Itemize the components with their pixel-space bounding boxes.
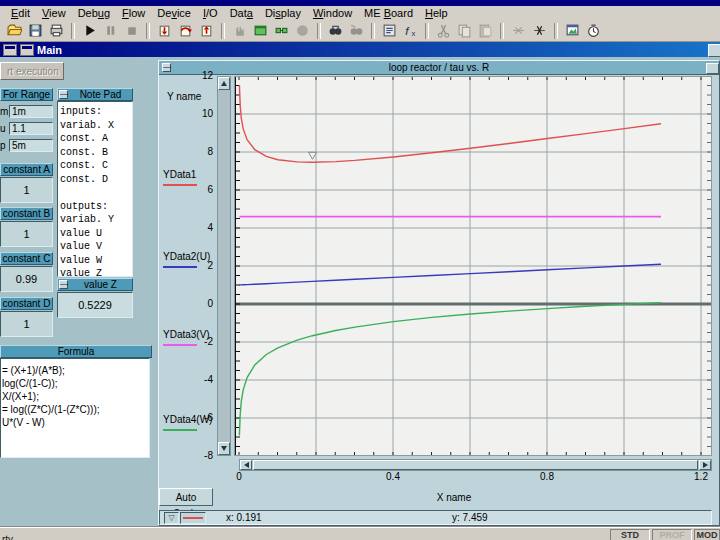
stop-icon[interactable] <box>121 22 142 40</box>
menu-item-edit[interactable]: Edit <box>5 7 36 19</box>
step-into-icon[interactable] <box>154 22 175 40</box>
constant-value[interactable]: 1 <box>0 221 53 247</box>
scroll-left-button[interactable] <box>240 460 252 470</box>
y-tick-label: 12 <box>183 70 213 81</box>
plot-title-bar[interactable]: — loop reactor / tau vs. R <box>159 61 719 75</box>
display-image-icon[interactable] <box>562 22 583 40</box>
sphere-icon[interactable] <box>292 22 313 40</box>
constant-panel-title-bar[interactable]: constant B <box>0 207 53 220</box>
note-pad-title-bar[interactable]: — Note Pad <box>57 88 133 101</box>
trace-label-ydata1[interactable]: YData1 <box>163 169 196 180</box>
constant-value[interactable]: 1 <box>0 177 53 203</box>
step-over-icon[interactable] <box>175 22 196 40</box>
connect-objects-icon[interactable] <box>250 22 271 40</box>
run-icon[interactable] <box>79 22 100 40</box>
minimize-icon[interactable]: — <box>162 63 171 72</box>
for-range-field[interactable]: 1m <box>9 105 53 118</box>
delete-wire-icon[interactable] <box>508 22 529 40</box>
add-terminal-icon[interactable] <box>271 22 292 40</box>
main-window-title: Main <box>37 44 62 56</box>
copy-icon[interactable] <box>454 22 475 40</box>
main-window-title-bar[interactable]: Main <box>0 42 720 57</box>
x-axis-name[interactable]: X name <box>399 492 509 503</box>
scroll-up-button[interactable] <box>218 77 230 90</box>
vertical-scrollbar[interactable] <box>217 76 231 456</box>
constant-panel-constant-a: constant A1 <box>0 163 53 203</box>
y-axis-name[interactable]: Y name <box>167 91 201 102</box>
menu-item-flow[interactable]: Flow <box>116 7 151 19</box>
x-tick-label: 0 <box>224 471 254 482</box>
scrollbar-thumb[interactable] <box>253 460 698 470</box>
minimize-icon[interactable]: — <box>59 280 68 289</box>
start-execution-button[interactable]: rt execution <box>0 62 64 80</box>
menu-bar: EditViewDebugFlowDeviceI/ODataDisplayWin… <box>0 6 720 20</box>
menu-item-help[interactable]: Help <box>419 7 454 19</box>
find-next-icon[interactable] <box>346 22 367 40</box>
menu-item-me-board[interactable]: ME Board <box>358 7 419 19</box>
note-pad-text[interactable]: inputs: variab. X const. A const. B cons… <box>57 101 133 277</box>
constant-panel-title: constant A <box>1 164 52 175</box>
constant-value[interactable]: 0.99 <box>0 266 53 292</box>
constant-panel-title-bar[interactable]: constant D <box>0 297 53 310</box>
print-icon[interactable] <box>46 22 67 40</box>
y-tick-label: -2 <box>183 336 213 347</box>
scroll-right-button[interactable] <box>699 460 711 470</box>
auto-scale-button[interactable]: Auto Scale <box>159 488 213 506</box>
constant-panel-constant-c: constant C0.99 <box>0 252 53 292</box>
formula-text[interactable]: = (X+1)/(A*B); log(C/(1-C)); X/(X+1); = … <box>0 358 150 458</box>
menu-item-i-o[interactable]: I/O <box>197 7 224 19</box>
for-range-field[interactable]: 5m <box>9 139 53 152</box>
right-arrow-icon <box>703 462 708 468</box>
window-control-button[interactable] <box>706 63 719 74</box>
for-range-row: p5m <box>0 139 53 152</box>
for-range-rows: m1mu1.1p5m <box>0 105 53 152</box>
pause-icon[interactable] <box>100 22 121 40</box>
x-tick-label: 1.2 <box>686 471 716 482</box>
cut-icon[interactable] <box>433 22 454 40</box>
note-pad-panel: — Note Pad inputs: variab. X const. A co… <box>57 88 133 277</box>
for-range-row-label: p <box>0 140 9 151</box>
window-control-button[interactable] <box>708 44 720 57</box>
down-arrow-icon <box>221 446 227 451</box>
plot-area[interactable] <box>234 76 712 456</box>
for-range-field[interactable]: 1.1 <box>9 122 53 135</box>
minimize-icon[interactable]: — <box>59 90 68 99</box>
toolbar-separator <box>317 23 321 39</box>
step-out-icon[interactable] <box>196 22 217 40</box>
stop-hand-icon[interactable] <box>229 22 250 40</box>
horizontal-scrollbar[interactable] <box>239 459 712 471</box>
marker-symbol-icon[interactable]: ▽ <box>164 512 179 524</box>
properties-icon[interactable] <box>379 22 400 40</box>
find-icon[interactable] <box>325 22 346 40</box>
open-icon[interactable] <box>4 22 25 40</box>
menu-item-data[interactable]: Data <box>224 7 259 19</box>
constant-panel-title-bar[interactable]: constant A <box>0 163 53 176</box>
menu-item-device[interactable]: Device <box>151 7 197 19</box>
y-tick-label: -4 <box>183 374 213 385</box>
scroll-down-button[interactable] <box>218 442 230 455</box>
menu-item-display[interactable]: Display <box>259 7 307 19</box>
marker-trace-sample-icon[interactable] <box>180 512 206 524</box>
for-range-title-bar[interactable]: For Range <box>0 88 53 101</box>
menu-item-view[interactable]: View <box>36 7 72 19</box>
cut-wire-icon[interactable] <box>529 22 550 40</box>
for-range-row-label: u <box>0 123 9 134</box>
constant-panel-title-bar[interactable]: constant C <box>0 252 53 265</box>
save-icon[interactable] <box>25 22 46 40</box>
chart-canvas[interactable] <box>234 76 712 456</box>
menu-item-debug[interactable]: Debug <box>72 7 116 19</box>
note-pad-title: Note Pad <box>69 89 132 100</box>
status-bar: rty STDPROFMOD <box>0 526 720 540</box>
value-z-title-bar[interactable]: — value Z <box>57 278 133 291</box>
constant-value[interactable]: 1 <box>0 311 53 337</box>
menu-item-window[interactable]: Window <box>307 7 358 19</box>
for-range-row: u1.1 <box>0 122 53 135</box>
function-icon[interactable]: fx <box>400 22 421 40</box>
constant-panel-title: constant C <box>1 253 52 264</box>
plot-title: loop reactor / tau vs. R <box>159 62 719 73</box>
status-indicator-std: STD <box>610 529 650 540</box>
y-tick-label: 4 <box>183 222 213 233</box>
paste-icon[interactable] <box>475 22 496 40</box>
formula-title-bar[interactable]: Formula <box>0 345 152 358</box>
timer-icon[interactable] <box>583 22 604 40</box>
